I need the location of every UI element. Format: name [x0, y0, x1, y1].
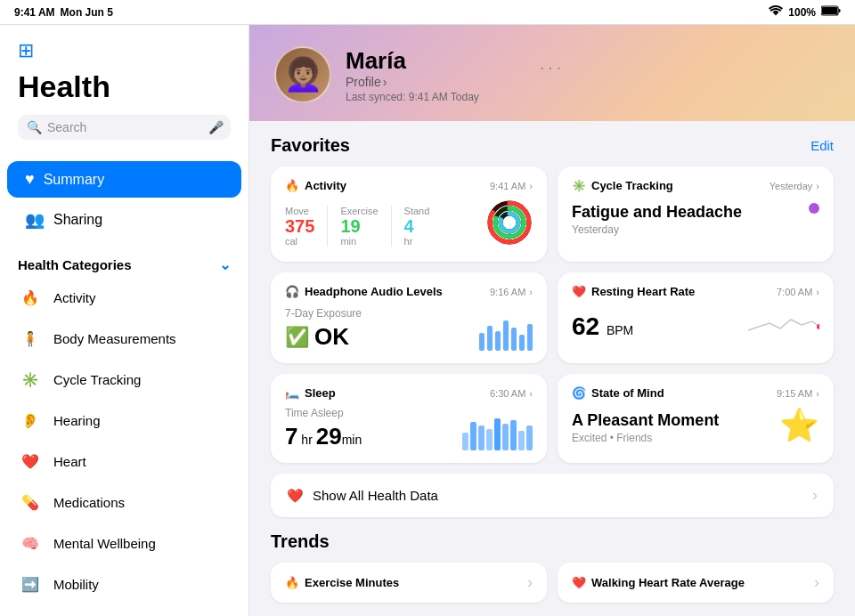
star-mood-icon: ⭐	[779, 407, 819, 444]
sleep-time-label: Time Asleep	[285, 407, 362, 419]
mind-card-time: 9:15 AM ›	[777, 388, 819, 399]
profile-link-label: Profile	[346, 75, 381, 89]
heart-rate-value-container: 62 BPM	[572, 312, 633, 341]
heart-rate-time-value: 7:00 AM	[777, 287, 812, 297]
health-categories-header[interactable]: Health Categories ⌄	[0, 247, 248, 277]
bar-7	[527, 324, 533, 351]
mental-wellbeing-icon: 🧠	[18, 531, 43, 555]
exercise-value: 19	[340, 216, 378, 236]
exposure-label: 7-Day Exposure	[285, 307, 362, 320]
heart-rate-card[interactable]: ❤️ Resting Heart Rate 7:00 AM › 62 BPM	[558, 272, 834, 363]
battery-icon	[821, 5, 841, 19]
time-display: 9:41 AM	[14, 6, 55, 19]
heart-icon: ❤️	[18, 449, 43, 474]
headphone-card-time: 9:16 AM ›	[490, 287, 533, 297]
cycle-sub: Yesterday	[572, 223, 742, 236]
trend-exercise-minutes[interactable]: 🔥 Exercise Minutes ›	[271, 563, 547, 603]
show-all-left: ❤️ Show All Health Data	[287, 488, 438, 504]
edit-button[interactable]: Edit	[810, 138, 834, 153]
sidebar-toggle-icon[interactable]: ⊞	[18, 39, 34, 61]
headphone-card-header: 🎧 Headphone Audio Levels 9:16 AM ›	[285, 285, 533, 298]
trend-exercise-chevron: ›	[527, 573, 533, 592]
profile-link[interactable]: Profile ›	[346, 75, 479, 89]
cycle-time-value: Yesterday	[770, 181, 813, 191]
sidebar-item-body-measurements[interactable]: 🧍 Body Measurements	[0, 318, 248, 359]
cycle-dot	[809, 203, 819, 214]
sleep-card-label: Sleep	[305, 386, 336, 400]
sidebar-item-nutrition[interactable]: 🍎 Nutrition	[0, 604, 248, 616]
search-bar: 🔍 🎤	[18, 115, 231, 140]
sleep-bar-2	[470, 422, 476, 450]
sleep-time-value: 6:30 AM	[490, 388, 525, 399]
trends-row: 🔥 Exercise Minutes › ❤️ Walking Heart Ra…	[271, 563, 834, 603]
sidebar-item-activity[interactable]: 🔥 Activity	[0, 277, 248, 318]
sidebar-item-hearing[interactable]: 👂 Hearing	[0, 400, 248, 441]
sidebar-item-mobility[interactable]: ➡️ Mobility	[0, 563, 248, 604]
avatar-image: 👩🏽‍🦱	[283, 56, 323, 93]
sidebar-item-mental-wellbeing[interactable]: 🧠 Mental Wellbeing	[0, 523, 248, 563]
nav-item-summary[interactable]: ♥ Summary	[7, 161, 241, 198]
activity-icon: 🔥	[18, 285, 43, 310]
sidebar: ⊞ Health 🔍 🎤 ♥ Summary 👥 Sharing Health …	[0, 25, 249, 616]
show-all-chevron: ›	[812, 486, 818, 505]
bar-4	[503, 320, 509, 351]
headphone-card-title: 🎧 Headphone Audio Levels	[285, 285, 443, 298]
search-input[interactable]	[47, 120, 203, 134]
nav-item-sharing[interactable]: 👥 Sharing	[7, 201, 241, 239]
activity-ring	[486, 199, 533, 249]
move-metric: Move 375 cal	[285, 206, 328, 247]
date-display: Mon Jun 5	[61, 6, 113, 19]
more-options-button[interactable]: ···	[540, 52, 566, 77]
sleep-duration: 7 hr 29min	[285, 423, 362, 450]
trend-heart-chevron: ›	[814, 573, 819, 592]
exercise-metric: Exercise 19 min	[340, 206, 391, 247]
activity-chevron: ›	[529, 181, 533, 191]
show-all-health-data[interactable]: ❤️ Show All Health Data ›	[271, 474, 834, 517]
sleep-card[interactable]: 🛏️ Sleep 6:30 AM › Time Asleep 7 hr 29	[271, 374, 547, 463]
trend-exercise-icon: 🔥	[285, 576, 299, 589]
trend-exercise-text: Exercise Minutes	[305, 576, 399, 589]
exercise-unit: min	[340, 236, 378, 247]
heart-rate-card-header: ❤️ Resting Heart Rate 7:00 AM ›	[572, 285, 819, 298]
mind-card-title: 🌀 State of Mind	[572, 386, 664, 400]
sleep-bar-5	[494, 418, 501, 450]
sleep-bar-3	[478, 426, 484, 450]
activity-card[interactable]: 🔥 Activity 9:41 AM › Move 375	[271, 166, 547, 262]
sleep-card-title: 🛏️ Sleep	[285, 386, 336, 400]
avatar[interactable]: 👩🏽‍🦱	[274, 46, 331, 103]
heart-rate-card-icon: ❤️	[572, 285, 586, 298]
activity-label: Activity	[53, 290, 96, 305]
sleep-bar-6	[502, 424, 509, 450]
trend-walking-heart-rate[interactable]: ❤️ Walking Heart Rate Average ›	[558, 563, 834, 603]
activity-card-header: 🔥 Activity 9:41 AM ›	[285, 179, 533, 192]
heart-rate-card-title: ❤️ Resting Heart Rate	[572, 285, 695, 298]
bar-1	[479, 333, 484, 351]
sidebar-item-medications[interactable]: 💊 Medications	[0, 482, 248, 523]
cycle-chevron: ›	[816, 181, 819, 191]
main-content: ··· 👩🏽‍🦱 María Profile › Last synced: 9:…	[249, 25, 855, 616]
profile-name: María	[346, 47, 479, 75]
show-all-label: Show All Health Data	[313, 488, 438, 503]
state-of-mind-card[interactable]: 🌀 State of Mind 9:15 AM › A Pleasant Mom…	[558, 374, 834, 463]
heart-rate-card-time: 7:00 AM ›	[777, 287, 819, 297]
app-container: ⊞ Health 🔍 🎤 ♥ Summary 👥 Sharing Health …	[0, 25, 855, 616]
cards-grid: 🔥 Activity 9:41 AM › Move 375	[271, 166, 834, 463]
sidebar-item-cycle-tracking[interactable]: ✳️ Cycle Tracking	[0, 359, 248, 400]
heart-rate-chevron: ›	[816, 287, 819, 297]
sleep-bar-9	[526, 426, 533, 450]
profile-info: María Profile › Last synced: 9:41 AM Tod…	[346, 47, 479, 103]
summary-label: Summary	[44, 172, 104, 188]
sidebar-item-heart[interactable]: ❤️ Heart	[0, 441, 248, 482]
hearing-icon: 👂	[18, 408, 43, 433]
mind-mood-sub: Excited • Friends	[572, 432, 719, 444]
activity-metrics: Move 375 cal Exercise 19 min Stand	[285, 206, 454, 247]
cycle-tracking-icon: ✳️	[18, 367, 43, 392]
microphone-icon[interactable]: 🎤	[208, 120, 224, 134]
trend-exercise-label: 🔥 Exercise Minutes	[285, 576, 399, 589]
stand-value: 4	[404, 216, 430, 236]
mind-card-icon: 🌀	[572, 386, 586, 400]
battery-display: 100%	[788, 6, 816, 19]
headphone-card[interactable]: 🎧 Headphone Audio Levels 9:16 AM › 7-Day…	[271, 272, 547, 363]
cycle-tracking-card[interactable]: ✳️ Cycle Tracking Yesterday › Fatigue an…	[558, 166, 834, 262]
headphone-card-label: Headphone Audio Levels	[305, 285, 443, 298]
